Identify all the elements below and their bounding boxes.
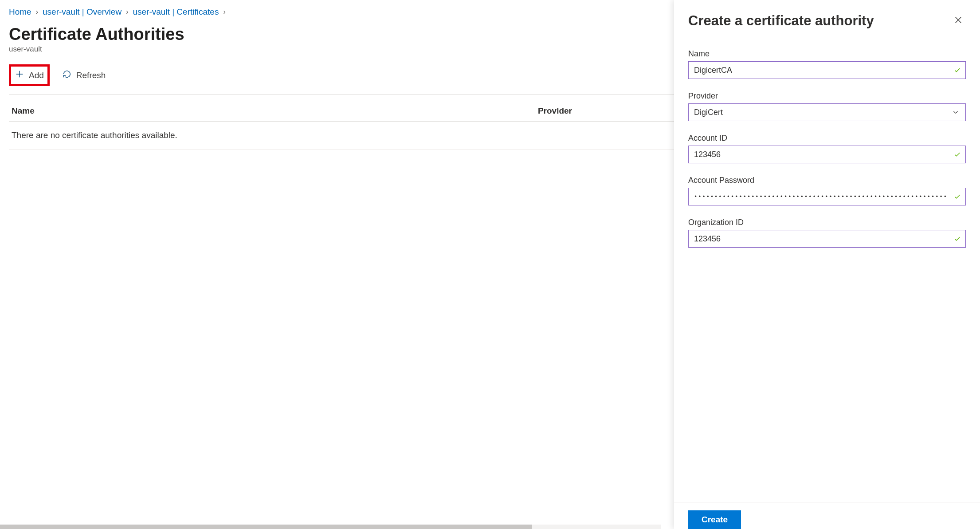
highlight-box: Add <box>9 64 50 86</box>
column-header-name[interactable]: Name <box>12 106 538 116</box>
horizontal-scrollbar[interactable] <box>0 525 661 529</box>
add-label: Add <box>29 71 44 80</box>
account-password-label: Account Password <box>688 176 966 185</box>
account-id-label: Account ID <box>688 134 966 143</box>
provider-label: Provider <box>688 91 966 101</box>
chevron-right-icon: › <box>36 8 38 16</box>
create-ca-panel: Create a certificate authority Name Prov… <box>674 0 980 529</box>
refresh-button[interactable]: Refresh <box>59 67 110 84</box>
chevron-right-icon: › <box>126 8 128 16</box>
account-password-field[interactable] <box>688 188 966 205</box>
name-field[interactable] <box>688 61 966 79</box>
refresh-label: Refresh <box>76 71 106 80</box>
breadcrumb-link-certificates[interactable]: user-vault | Certificates <box>133 7 219 17</box>
provider-select[interactable]: DigiCert <box>688 103 966 121</box>
name-label: Name <box>688 49 966 59</box>
plus-icon <box>15 69 24 81</box>
refresh-icon <box>62 69 72 81</box>
organization-id-label: Organization ID <box>688 218 966 227</box>
breadcrumb-link-overview[interactable]: user-vault | Overview <box>43 7 122 17</box>
add-button[interactable]: Add <box>11 67 47 84</box>
close-icon <box>953 20 963 26</box>
breadcrumb-link-home[interactable]: Home <box>9 7 31 17</box>
organization-id-field[interactable] <box>688 230 966 248</box>
close-button[interactable] <box>951 12 966 29</box>
account-id-field[interactable] <box>688 146 966 163</box>
panel-title: Create a certificate authority <box>688 13 874 29</box>
create-button[interactable]: Create <box>688 510 741 529</box>
chevron-right-icon: › <box>223 8 225 16</box>
